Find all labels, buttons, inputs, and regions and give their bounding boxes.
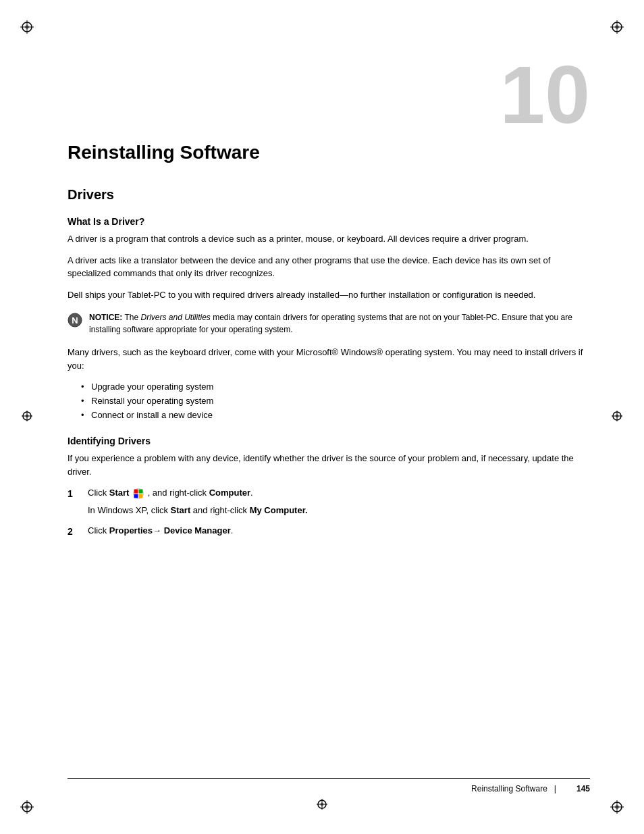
side-mark-left [20,406,41,429]
step1-computer-bold: Computer [209,488,250,498]
side-mark-bottom [312,791,332,814]
svg-rect-31 [134,489,138,493]
step-1: 1 Click Start , and right-click Computer… [68,486,590,517]
subsection-heading-what-is-driver: What Is a Driver? [68,216,590,227]
notice-box: N NOTICE: The Drivers and Utilities medi… [68,311,590,336]
step1-start-bold: Start [109,488,130,498]
document-page: 10 Reinstalling Software Drivers What Is… [0,0,644,834]
driver-definition-para2: A driver acts like a translator between … [68,254,590,280]
notice-text: NOTICE: The Drivers and Utilities media … [89,311,590,336]
svg-rect-34 [139,494,143,498]
notice-label: NOTICE: [89,313,122,322]
footer-separator: | [554,784,556,793]
step-1-text: Click Start , and right-click Computer. [88,488,253,498]
list-item: Connect or install a new device [81,409,590,423]
svg-text:N: N [72,315,78,325]
driver-definition-para3: Dell ships your Tablet-PC to you with re… [68,288,590,302]
step1-sub-start-bold: Start [171,505,191,515]
step-num-2: 2 [68,524,73,539]
subsection-heading-identifying: Identifying Drivers [68,436,590,446]
chapter-number: 10 [68,54,590,135]
footer-page-number: 145 [576,784,590,793]
svg-rect-33 [134,494,138,498]
side-mark-right [603,406,624,429]
bullet-list: Upgrade your operating system Reinstall … [81,380,590,422]
driver-definition-para1: A driver is a program that controls a de… [68,232,590,246]
corner-mark-tl [20,20,47,47]
step-num-1: 1 [68,486,73,501]
step-2: 2 Click Properties→ Device Manager. [68,524,590,538]
notice-icon: N [68,313,82,328]
step1-sub-mycomputer-bold: My Computer. [250,505,308,515]
page-footer: Reinstalling Software | 145 [68,778,590,793]
numbered-steps: 1 Click Start , and right-click Computer… [68,486,590,538]
footer-section-label: Reinstalling Software [471,784,547,793]
corner-mark-bl [20,787,47,814]
chapter-title: Reinstalling Software [68,142,590,167]
identifying-drivers-para: If you experience a problem with any dev… [68,452,590,478]
corner-mark-tr [597,20,624,47]
step-2-text: Click Properties→ Device Manager. [88,525,233,536]
svg-rect-32 [139,489,143,493]
section-heading-drivers: Drivers [68,187,590,203]
list-item: Reinstall your operating system [81,394,590,409]
list-item: Upgrade your operating system [81,380,590,394]
start-icon [133,488,144,499]
step-1-sub: In Windows XP, click Start and right-cli… [88,504,590,517]
corner-mark-br [597,787,624,814]
step2-properties-bold: Properties→ Device Manager [109,525,231,536]
para-after-notice: Many drivers, such as the keyboard drive… [68,346,590,372]
